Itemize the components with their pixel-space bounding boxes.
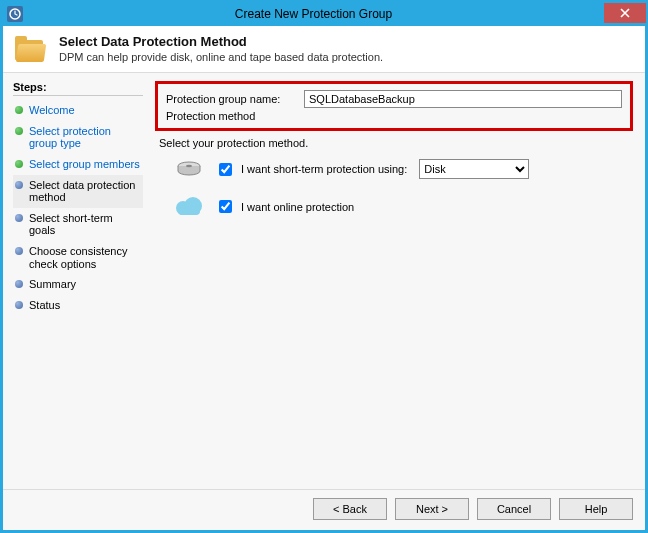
steps-sidebar: Steps: WelcomeSelect protection group ty… <box>3 73 151 489</box>
group-name-label: Protection group name: <box>166 93 296 105</box>
step-bullet-icon <box>15 127 23 135</box>
back-button[interactable]: < Back <box>313 498 387 520</box>
sidebar-step-1[interactable]: Select protection group type <box>13 121 143 154</box>
window-title: Create New Protection Group <box>23 7 604 21</box>
step-label: Select group members <box>29 158 140 171</box>
step-label: Select protection group type <box>29 125 141 150</box>
step-label: Select data protection method <box>29 179 141 204</box>
step-bullet-icon <box>15 301 23 309</box>
sidebar-step-2[interactable]: Select group members <box>13 154 143 175</box>
step-bullet-icon <box>15 214 23 222</box>
sidebar-step-0[interactable]: Welcome <box>13 100 143 121</box>
app-icon <box>7 6 23 22</box>
sidebar-step-5: Choose consistency check options <box>13 241 143 274</box>
page-title: Select Data Protection Method <box>59 34 383 49</box>
step-bullet-icon <box>15 247 23 255</box>
wizard-footer: < Back Next > Cancel Help <box>3 489 645 530</box>
step-label: Summary <box>29 278 76 291</box>
close-button[interactable] <box>604 3 646 23</box>
step-label: Select short-term goals <box>29 212 141 237</box>
step-bullet-icon <box>15 181 23 189</box>
main-panel: Protection group name: Protection method… <box>151 73 645 489</box>
svg-point-2 <box>186 165 192 167</box>
group-name-input[interactable] <box>304 90 622 108</box>
wizard-window: Create New Protection Group Select Data … <box>0 0 648 533</box>
step-bullet-icon <box>15 280 23 288</box>
page-subtitle: DPM can help provide disk, online and ta… <box>59 51 383 63</box>
short-term-checkbox[interactable]: I want short-term protection using: <box>215 160 407 179</box>
sidebar-step-4: Select short-term goals <box>13 208 143 241</box>
short-term-check-input[interactable] <box>219 163 232 176</box>
online-check-label: I want online protection <box>241 201 354 213</box>
step-label: Choose consistency check options <box>29 245 141 270</box>
online-row: I want online protection <box>175 197 633 216</box>
titlebar: Create New Protection Group <box>3 2 645 26</box>
steps-heading: Steps: <box>13 81 143 96</box>
short-term-combo[interactable]: Disk <box>419 159 529 179</box>
sidebar-step-7: Status <box>13 295 143 316</box>
cancel-button[interactable]: Cancel <box>477 498 551 520</box>
step-label: Welcome <box>29 104 75 117</box>
select-method-text: Select your protection method. <box>159 137 633 149</box>
help-button[interactable]: Help <box>559 498 633 520</box>
short-term-check-label: I want short-term protection using: <box>241 163 407 175</box>
cloud-icon <box>175 199 203 215</box>
step-label: Status <box>29 299 60 312</box>
protection-method-label: Protection method <box>166 110 622 122</box>
sidebar-step-3: Select data protection method <box>13 175 143 208</box>
page-header: Select Data Protection Method DPM can he… <box>3 26 645 73</box>
highlighted-region: Protection group name: Protection method <box>155 81 633 131</box>
folder-icon <box>15 36 47 64</box>
online-checkbox[interactable]: I want online protection <box>215 197 354 216</box>
sidebar-step-6: Summary <box>13 274 143 295</box>
step-bullet-icon <box>15 106 23 114</box>
online-check-input[interactable] <box>219 200 232 213</box>
disk-icon <box>175 161 203 177</box>
short-term-row: I want short-term protection using: Disk <box>175 159 633 179</box>
next-button[interactable]: Next > <box>395 498 469 520</box>
step-bullet-icon <box>15 160 23 168</box>
